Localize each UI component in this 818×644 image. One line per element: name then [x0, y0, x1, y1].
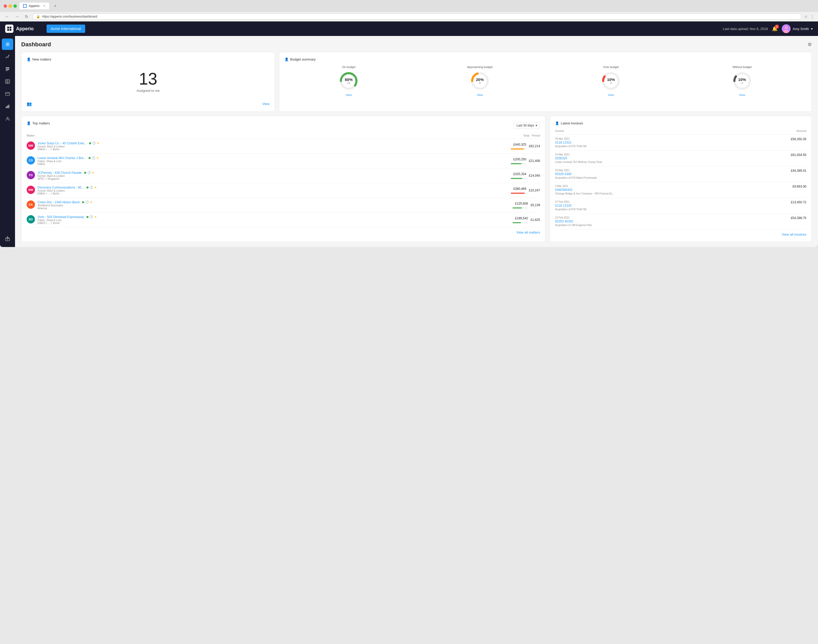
sidebar-item-table[interactable] — [2, 76, 13, 87]
back-button[interactable]: ← — [4, 14, 11, 19]
matter-name[interactable]: Vizio - 503 Olmstead Expressway — [37, 215, 84, 219]
sidebar-item-billing[interactable] — [2, 88, 13, 100]
matter-bar-fill — [511, 163, 521, 164]
invoices-footer: View all invoices — [555, 233, 806, 236]
minimize-dot[interactable] — [9, 5, 12, 8]
budget-view-link[interactable]: View — [346, 94, 352, 97]
matter-avatar: MM — [27, 186, 35, 194]
matter-name[interactable]: Discovery Communications - 90... — [37, 186, 84, 189]
invoice-number[interactable]: 0118 11521 — [555, 141, 586, 144]
list-item: 19 Mar 2021 00329 4300 Acquisition of 97… — [555, 166, 806, 182]
donut-center: 10% 4 — [738, 77, 746, 84]
matters-count: 13 — [27, 71, 269, 87]
invoice-row-inner: 23 Feb 2021 92203 40332 Acquisition of 1… — [555, 216, 806, 227]
header-right: Last data upload: Nov 6, 2019 🔔 6 Amy Sm… — [723, 24, 813, 33]
tab-close-button[interactable]: ✕ — [43, 4, 46, 8]
invoice-row-inner: 27 Feb 2021 0118 11520 Acquisition of 67… — [555, 201, 806, 211]
tab-title: Apperio — [29, 4, 39, 8]
matter-location: EMEA > ... > Berlin — [37, 192, 84, 195]
logo-icon — [5, 25, 14, 33]
matter-details: Chem-Dry - 1349 Allston Bend Sheffield &… — [37, 201, 80, 210]
matter-period-col: £10,247 — [529, 189, 540, 192]
maximize-dot[interactable] — [14, 5, 17, 8]
matter-total-value: £125,606 — [515, 202, 528, 205]
invoice-amount: £9,663.00 — [793, 185, 806, 188]
top-matters-card: 👤 Top matters Last 30 days ▾ Matter Tota… — [21, 116, 546, 242]
app-header: Apperio Acme International Last data upl… — [0, 21, 818, 36]
sidebar-item-documents[interactable] — [2, 63, 13, 75]
more-icon[interactable]: ⋮ — [810, 14, 814, 19]
budget-view-link[interactable]: View — [739, 94, 745, 97]
star-icon[interactable]: ★ — [96, 156, 99, 159]
invoice-number[interactable]: 92203 40332 — [555, 219, 592, 223]
view-all-invoices-link[interactable]: View all invoices — [782, 233, 806, 236]
budget-view-link[interactable]: View — [477, 94, 483, 97]
invoice-amount: £44,389.41 — [791, 169, 806, 173]
invoices-title: 👤 Latest invoices — [555, 121, 806, 125]
invoice-number[interactable]: 00329 4300 — [555, 172, 597, 176]
view-all-matters-link[interactable]: View all matters — [517, 230, 540, 234]
invoice-description: Acquisition of 679 Thrift Hill — [555, 145, 586, 148]
matter-name[interactable]: Chem-Dry - 1349 Allston Bend — [37, 201, 80, 204]
clock-icon: 🕐 — [92, 156, 95, 159]
budget-view-link[interactable]: View — [608, 94, 614, 97]
matter-bar — [512, 207, 528, 209]
matter-firm: Sheffield & Associates — [37, 204, 80, 207]
sidebar-item-user-settings[interactable] — [2, 113, 13, 124]
invoice-number[interactable]: 5440394402 — [555, 188, 614, 192]
invoice-row-inner: 26 Mar 2021 0118 11521 Acquisition of 67… — [555, 137, 806, 148]
svg-rect-10 — [6, 71, 8, 71]
url-input[interactable]: 🔒 https://apperio.com/business/dashboard — [32, 14, 801, 20]
clock-icon: 🕐 — [89, 186, 93, 189]
sidebar-item-analytics[interactable] — [2, 51, 13, 62]
clock-icon: 🕐 — [87, 171, 91, 174]
budget-icon: 👤 — [284, 57, 289, 61]
matter-period-value: £62,214 — [529, 144, 540, 148]
matter-period-value: £5,139 — [530, 203, 540, 207]
list-item: 26 Mar 2021 0118 11521 Acquisition of 67… — [555, 135, 806, 150]
star-icon[interactable]: ★ — [94, 186, 97, 189]
close-dot[interactable] — [4, 5, 7, 8]
donut-count: 4 — [738, 82, 746, 84]
url-text: https://apperio.com/business/dashboard — [42, 15, 97, 18]
matter-info: MM Discovery Communications - 90... Kenn… — [27, 186, 508, 195]
settings-button[interactable]: ⚙ — [808, 41, 812, 48]
table-row: MM Jones Soda Co. - 45 Corbett Exte... K… — [27, 139, 540, 153]
user-menu[interactable]: Amy Smith ▾ — [782, 24, 813, 33]
notifications-button[interactable]: 🔔 6 — [772, 26, 778, 32]
forward-button[interactable]: → — [14, 14, 21, 19]
invoice-date: 23 Feb 2021 — [555, 216, 592, 219]
matter-name[interactable]: Lease renewal 964 Charles J Bre... — [37, 156, 86, 160]
reload-button[interactable]: ↻ — [23, 14, 30, 20]
invoice-number[interactable]: 0118 11520 — [555, 204, 586, 207]
browser-actions: ☆ ⋮ — [804, 14, 814, 19]
matters-table-footer: View all matters — [27, 230, 540, 234]
invoice-number[interactable]: 0200325 — [555, 156, 602, 160]
star-icon[interactable]: ★ — [97, 141, 99, 145]
sidebar-item-gifts[interactable] — [2, 233, 13, 244]
budget-item: Approaching budget 20% 8 View — [416, 66, 544, 97]
star-icon[interactable]: ★ — [92, 171, 94, 174]
matter-bar-fill — [512, 222, 521, 223]
donut-count: 4 — [607, 82, 615, 84]
new-matters-view-link[interactable]: View — [262, 102, 269, 106]
sidebar-item-charts[interactable] — [2, 101, 13, 112]
clock-icon: 🕐 — [92, 141, 96, 145]
matter-total-col: £125,606 — [512, 202, 528, 209]
matter-name[interactable]: JCPenney - 436 Church Parade — [37, 171, 81, 175]
star-icon[interactable]: ★ — [94, 215, 97, 219]
sidebar-item-dashboard[interactable]: ⊞ — [2, 38, 13, 50]
matter-details: JCPenney - 436 Church Parade Kenner, Bac… — [37, 171, 81, 180]
star-icon[interactable]: ★ — [90, 201, 92, 204]
matter-name[interactable]: Jones Soda Co. - 45 Corbett Exte... — [37, 141, 86, 145]
period-selector[interactable]: Last 30 days ▾ — [514, 122, 540, 129]
chevron-down-icon: ▾ — [535, 124, 537, 127]
company-selector[interactable]: Acme International — [46, 25, 85, 33]
invoice-icon: 👤 — [555, 121, 559, 125]
bookmark-icon[interactable]: ☆ — [804, 14, 808, 19]
new-tab-button[interactable]: + — [52, 4, 58, 8]
invoice-date: 24 Mar 2021 — [555, 153, 602, 156]
matter-details: Jones Soda Co. - 45 Corbett Exte... Kenn… — [37, 141, 86, 151]
matter-firm: Patton, Shaw & Lord — [37, 160, 86, 163]
browser-tab[interactable]: Apperio ✕ — [19, 3, 49, 9]
